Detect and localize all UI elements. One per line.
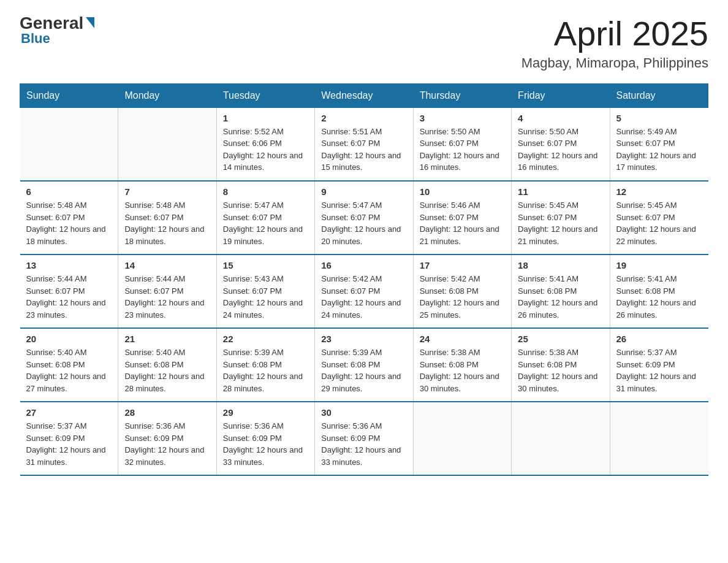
calendar-cell: 24Sunrise: 5:38 AMSunset: 6:08 PMDayligh…: [413, 328, 511, 402]
page-title: April 2025: [521, 15, 708, 53]
day-number: 13: [26, 260, 112, 270]
day-info: Sunrise: 5:37 AMSunset: 6:09 PMDaylight:…: [616, 347, 702, 394]
day-number: 16: [321, 260, 406, 270]
calendar-cell: 11Sunrise: 5:45 AMSunset: 6:07 PMDayligh…: [512, 181, 610, 255]
day-number: 25: [518, 334, 603, 344]
day-info: Sunrise: 5:37 AMSunset: 6:09 PMDaylight:…: [26, 420, 112, 468]
day-number: 14: [124, 260, 210, 270]
calendar-cell: 9Sunrise: 5:47 AMSunset: 6:07 PMDaylight…: [315, 181, 413, 255]
calendar-cell: 17Sunrise: 5:42 AMSunset: 6:08 PMDayligh…: [413, 255, 511, 328]
day-info: Sunrise: 5:48 AMSunset: 6:07 PMDaylight:…: [26, 199, 112, 247]
logo-arrow-icon: [86, 17, 94, 28]
calendar-cell: [20, 107, 118, 181]
calendar-week-row: 6Sunrise: 5:48 AMSunset: 6:07 PMDaylight…: [20, 181, 708, 255]
day-info: Sunrise: 5:41 AMSunset: 6:08 PMDaylight:…: [616, 273, 702, 321]
day-number: 27: [26, 407, 112, 418]
day-number: 15: [223, 260, 308, 270]
day-info: Sunrise: 5:43 AMSunset: 6:07 PMDaylight:…: [223, 273, 308, 321]
calendar-table: SundayMondayTuesdayWednesdayThursdayFrid…: [20, 83, 708, 477]
calendar-cell: 14Sunrise: 5:44 AMSunset: 6:07 PMDayligh…: [118, 255, 216, 328]
day-number: 4: [518, 113, 603, 123]
calendar-cell: 27Sunrise: 5:37 AMSunset: 6:09 PMDayligh…: [20, 402, 118, 475]
calendar-cell: 5Sunrise: 5:49 AMSunset: 6:07 PMDaylight…: [610, 107, 708, 181]
day-number: 17: [420, 260, 505, 270]
calendar-week-row: 27Sunrise: 5:37 AMSunset: 6:09 PMDayligh…: [20, 402, 708, 475]
day-info: Sunrise: 5:39 AMSunset: 6:08 PMDaylight:…: [223, 347, 308, 394]
day-info: Sunrise: 5:47 AMSunset: 6:07 PMDaylight:…: [223, 199, 308, 247]
day-number: 12: [616, 186, 702, 197]
logo: General Blue: [20, 15, 94, 47]
calendar-cell: 13Sunrise: 5:44 AMSunset: 6:07 PMDayligh…: [20, 255, 118, 328]
logo-general-text: General: [20, 15, 83, 32]
day-info: Sunrise: 5:50 AMSunset: 6:07 PMDaylight:…: [518, 126, 603, 174]
day-info: Sunrise: 5:39 AMSunset: 6:08 PMDaylight:…: [321, 347, 406, 394]
day-number: 5: [616, 113, 702, 123]
day-number: 7: [124, 186, 210, 197]
page-header: General Blue April 2025 Magbay, Mimaropa…: [20, 15, 708, 71]
day-info: Sunrise: 5:44 AMSunset: 6:07 PMDaylight:…: [26, 273, 112, 321]
calendar-cell: 15Sunrise: 5:43 AMSunset: 6:07 PMDayligh…: [216, 255, 314, 328]
header-thursday: Thursday: [413, 83, 511, 107]
calendar-cell: 12Sunrise: 5:45 AMSunset: 6:07 PMDayligh…: [610, 181, 708, 255]
day-number: 1: [223, 113, 308, 123]
calendar-cell: 7Sunrise: 5:48 AMSunset: 6:07 PMDaylight…: [118, 181, 216, 255]
day-info: Sunrise: 5:41 AMSunset: 6:08 PMDaylight:…: [518, 273, 603, 321]
day-info: Sunrise: 5:42 AMSunset: 6:07 PMDaylight:…: [321, 273, 406, 321]
calendar-week-row: 13Sunrise: 5:44 AMSunset: 6:07 PMDayligh…: [20, 255, 708, 328]
day-number: 24: [420, 334, 505, 344]
day-number: 11: [518, 186, 603, 197]
day-number: 28: [124, 407, 210, 418]
day-info: Sunrise: 5:48 AMSunset: 6:07 PMDaylight:…: [124, 199, 210, 247]
header-monday: Monday: [118, 83, 216, 107]
calendar-cell: 8Sunrise: 5:47 AMSunset: 6:07 PMDaylight…: [216, 181, 314, 255]
day-number: 30: [321, 407, 406, 418]
header-saturday: Saturday: [610, 83, 708, 107]
calendar-cell: 29Sunrise: 5:36 AMSunset: 6:09 PMDayligh…: [216, 402, 314, 475]
calendar-cell: [413, 402, 511, 475]
day-info: Sunrise: 5:38 AMSunset: 6:08 PMDaylight:…: [420, 347, 505, 394]
day-number: 23: [321, 334, 406, 344]
day-info: Sunrise: 5:36 AMSunset: 6:09 PMDaylight:…: [223, 420, 308, 468]
logo-blue-text: Blue: [20, 31, 50, 47]
day-number: 21: [124, 334, 210, 344]
day-number: 18: [518, 260, 603, 270]
title-block: April 2025 Magbay, Mimaropa, Philippines: [521, 15, 708, 71]
calendar-cell: [512, 402, 610, 475]
day-number: 8: [223, 186, 308, 197]
day-info: Sunrise: 5:36 AMSunset: 6:09 PMDaylight:…: [321, 420, 406, 468]
calendar-cell: 1Sunrise: 5:52 AMSunset: 6:06 PMDaylight…: [216, 107, 314, 181]
header-friday: Friday: [512, 83, 610, 107]
day-number: 9: [321, 186, 406, 197]
day-number: 2: [321, 113, 406, 123]
header-wednesday: Wednesday: [315, 83, 413, 107]
day-info: Sunrise: 5:46 AMSunset: 6:07 PMDaylight:…: [420, 199, 505, 247]
day-info: Sunrise: 5:44 AMSunset: 6:07 PMDaylight:…: [124, 273, 210, 321]
day-number: 29: [223, 407, 308, 418]
calendar-cell: 20Sunrise: 5:40 AMSunset: 6:08 PMDayligh…: [20, 328, 118, 402]
day-number: 3: [420, 113, 505, 123]
day-info: Sunrise: 5:40 AMSunset: 6:08 PMDaylight:…: [124, 347, 210, 394]
calendar-cell: [610, 402, 708, 475]
day-number: 6: [26, 186, 112, 197]
calendar-cell: 23Sunrise: 5:39 AMSunset: 6:08 PMDayligh…: [315, 328, 413, 402]
calendar-cell: 25Sunrise: 5:38 AMSunset: 6:08 PMDayligh…: [512, 328, 610, 402]
calendar-header-row: SundayMondayTuesdayWednesdayThursdayFrid…: [20, 83, 708, 107]
page-subtitle: Magbay, Mimaropa, Philippines: [521, 55, 708, 71]
calendar-week-row: 20Sunrise: 5:40 AMSunset: 6:08 PMDayligh…: [20, 328, 708, 402]
day-number: 22: [223, 334, 308, 344]
calendar-cell: 19Sunrise: 5:41 AMSunset: 6:08 PMDayligh…: [610, 255, 708, 328]
header-sunday: Sunday: [20, 83, 118, 107]
day-info: Sunrise: 5:45 AMSunset: 6:07 PMDaylight:…: [518, 199, 603, 247]
calendar-cell: 2Sunrise: 5:51 AMSunset: 6:07 PMDaylight…: [315, 107, 413, 181]
day-info: Sunrise: 5:38 AMSunset: 6:08 PMDaylight:…: [518, 347, 603, 394]
day-number: 19: [616, 260, 702, 270]
day-info: Sunrise: 5:42 AMSunset: 6:08 PMDaylight:…: [420, 273, 505, 321]
calendar-cell: 16Sunrise: 5:42 AMSunset: 6:07 PMDayligh…: [315, 255, 413, 328]
calendar-cell: 26Sunrise: 5:37 AMSunset: 6:09 PMDayligh…: [610, 328, 708, 402]
day-info: Sunrise: 5:40 AMSunset: 6:08 PMDaylight:…: [26, 347, 112, 394]
calendar-week-row: 1Sunrise: 5:52 AMSunset: 6:06 PMDaylight…: [20, 107, 708, 181]
day-number: 10: [420, 186, 505, 197]
day-info: Sunrise: 5:51 AMSunset: 6:07 PMDaylight:…: [321, 126, 406, 174]
calendar-cell: 21Sunrise: 5:40 AMSunset: 6:08 PMDayligh…: [118, 328, 216, 402]
day-info: Sunrise: 5:45 AMSunset: 6:07 PMDaylight:…: [616, 199, 702, 247]
